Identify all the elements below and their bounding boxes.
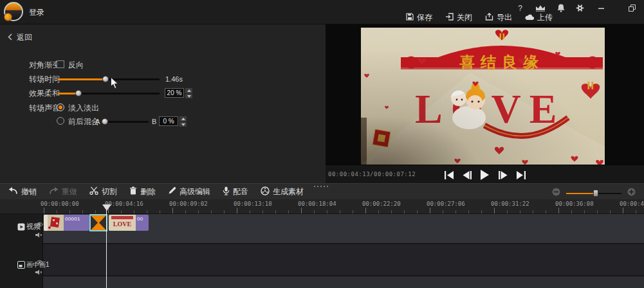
- softness-spinner: [185, 88, 192, 98]
- reverse-checkbox[interactable]: [57, 60, 64, 68]
- titlebar-system-icons: ?: [516, 3, 644, 13]
- ruler-label: 00:00:22:20: [362, 201, 401, 207]
- mix-spin-up[interactable]: [179, 116, 187, 122]
- back-chevron-icon: [8, 33, 12, 42]
- next-frame-button[interactable]: [499, 171, 508, 179]
- play-button[interactable]: [481, 170, 490, 180]
- preview-panel: 喜结良缘 LOVE: [326, 24, 644, 183]
- restore-window-button[interactable]: [628, 4, 636, 12]
- transition-clip[interactable]: [89, 214, 107, 231]
- export-button[interactable]: 导出: [485, 12, 512, 23]
- timeline-zoom-slider[interactable]: [566, 189, 621, 197]
- skip-end-button[interactable]: [517, 171, 526, 179]
- video-track-icon: [17, 222, 25, 233]
- ruler-major-ticks: [44, 208, 644, 213]
- playhead-handle[interactable]: [102, 204, 111, 211]
- softness-spin-up[interactable]: [185, 88, 192, 93]
- upload-cloud-icon: [525, 14, 534, 22]
- mix-spin-down[interactable]: [179, 122, 187, 127]
- reverse-label: 反向: [68, 60, 84, 69]
- fade-radio[interactable]: [57, 104, 64, 111]
- zoom-out-button[interactable]: [552, 187, 560, 199]
- mix-option-label: 前后混合: [68, 117, 99, 126]
- trash-icon: [129, 186, 137, 197]
- clip-2-thumbnail: LOVE: [109, 215, 136, 231]
- duration-slider-handle[interactable]: [102, 76, 109, 82]
- vip-crown-icon[interactable]: [535, 4, 546, 12]
- mix-spinner: [179, 116, 187, 127]
- ruler-label: 00:00:09:02: [169, 201, 208, 207]
- project-actions: 保存 关闭 导出 上传: [406, 12, 553, 23]
- timecode: 00:00:04:13/00:00:07:12: [328, 171, 416, 177]
- save-button[interactable]: 保存: [406, 12, 432, 23]
- track-separator: [0, 275, 644, 276]
- clip-1-thumbnail: [44, 215, 64, 231]
- close-project-button[interactable]: 关闭: [445, 12, 472, 23]
- effect-name-label: 对角渐变: [29, 60, 60, 69]
- undo-icon: [8, 186, 18, 197]
- timeline: 00:00:00:00 00:00:04:16 00:00:09:02 00:0…: [0, 199, 644, 288]
- ruler-label: 00:00:18:04: [298, 201, 336, 207]
- mix-radio[interactable]: [57, 117, 64, 125]
- notification-bell-icon[interactable]: [557, 4, 565, 12]
- softness-slider[interactable]: [58, 89, 160, 98]
- transport-controls: [445, 170, 526, 180]
- film-reel-icon: [261, 186, 270, 197]
- redo-icon: [49, 186, 59, 197]
- transition-settings-panel: 返回 对角渐变 反向 转场时间 1.46s 效果柔和 20 % 转场声: [0, 24, 326, 183]
- prev-frame-button[interactable]: [463, 171, 472, 179]
- undo-button[interactable]: 撤销: [8, 186, 37, 197]
- delete-button[interactable]: 删除: [129, 186, 156, 197]
- minimize-button[interactable]: [597, 5, 605, 12]
- track-visibility-icon[interactable]: [36, 218, 43, 230]
- settings-gear-icon[interactable]: [576, 4, 584, 12]
- svg-text:LOVE: LOVE: [113, 221, 132, 228]
- redo-button[interactable]: 重做: [49, 186, 77, 197]
- generate-material-button[interactable]: 生成素材: [261, 186, 304, 197]
- video-frame[interactable]: 喜结良缘 LOVE: [361, 28, 605, 165]
- text-track-lane: [43, 276, 644, 288]
- clip-1[interactable]: 00001: [44, 215, 89, 231]
- mix-slider-track[interactable]: [102, 121, 149, 123]
- softness-value-box[interactable]: 20 %: [165, 88, 184, 98]
- pip-track-lane: [43, 244, 644, 275]
- save-icon: [406, 13, 414, 22]
- playhead-line[interactable]: [106, 210, 107, 288]
- timeline-ruler[interactable]: 00:00:00:00 00:00:04:16 00:00:09:02 00:0…: [0, 199, 644, 214]
- zoom-in-button[interactable]: [627, 187, 636, 199]
- duration-slider[interactable]: [58, 75, 160, 84]
- timeline-zoom-control: [552, 187, 636, 199]
- mix-slider-handle[interactable]: [102, 118, 108, 125]
- track-mute-icon[interactable]: [35, 266, 42, 278]
- app-logo: [4, 2, 23, 21]
- login-button[interactable]: 登录: [29, 7, 44, 18]
- back-button[interactable]: 返回: [8, 32, 32, 43]
- titlebar: 登录 ? 保存: [0, 0, 644, 24]
- ruler-label: 00:00:00:00: [41, 201, 79, 207]
- sound-label: 转场声音: [29, 104, 60, 113]
- advanced-edit-button[interactable]: 高级编辑: [168, 186, 210, 197]
- video-editor-window: 登录 ? 保存: [0, 0, 644, 288]
- microphone-icon: [223, 186, 230, 197]
- cut-button[interactable]: 切割: [89, 186, 117, 197]
- clip-2[interactable]: LOVE 00: [109, 215, 149, 231]
- track-separator: [0, 243, 644, 244]
- dub-button[interactable]: 配音: [223, 186, 248, 197]
- mix-value-box[interactable]: 0 %: [159, 116, 178, 126]
- ruler-label: 00:00:27:06: [427, 201, 465, 207]
- softness-slider-handle[interactable]: [75, 90, 82, 96]
- mix-slider[interactable]: [102, 117, 149, 126]
- softness-spin-down[interactable]: [185, 94, 192, 99]
- track-header-video[interactable]: 视频: [0, 214, 42, 243]
- ruler-label: 00:00:13:18: [234, 201, 272, 207]
- upload-button[interactable]: 上传: [525, 12, 553, 23]
- zoom-slider-handle[interactable]: [593, 190, 598, 197]
- skip-start-button[interactable]: [445, 171, 454, 179]
- track-mute-icon[interactable]: [35, 229, 42, 240]
- help-button[interactable]: ?: [516, 4, 524, 13]
- ruler-label: 00:00:31:22: [491, 201, 529, 207]
- panel-splitter-handle[interactable]: [313, 185, 330, 188]
- track-header-pip[interactable]: 画中画1: [0, 243, 42, 288]
- ruler-label: 00:00:36:08: [555, 201, 594, 207]
- zoom-slider-fill: [566, 193, 596, 194]
